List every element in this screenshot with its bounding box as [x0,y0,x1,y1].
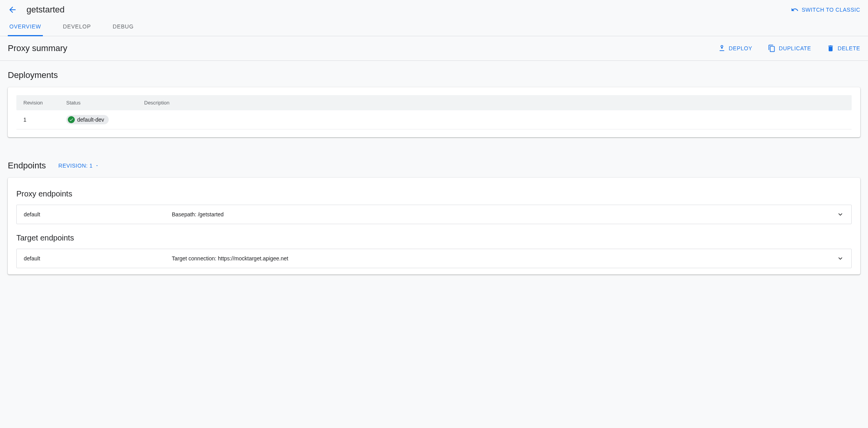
top-bar: getstarted SWITCH TO CLASSIC [0,0,868,18]
endpoint-detail: Basepath: /getstarted [172,211,836,218]
deploy-icon [718,44,726,52]
tab-develop[interactable]: DEVELOP [62,18,93,36]
col-header-description: Description [144,100,845,106]
duplicate-label: DUPLICATE [779,45,811,51]
summary-title: Proxy summary [8,43,67,53]
check-circle-icon [68,116,75,123]
summary-bar: Proxy summary DEPLOY DUPLICATE DELETE [0,36,868,61]
chevron-down-icon [836,210,844,218]
delete-icon [827,44,834,52]
status-chip: default-dev [66,115,109,124]
endpoint-name: default [24,211,172,218]
deploy-button[interactable]: DEPLOY [718,44,752,52]
endpoint-detail: Target connection: https://mocktarget.ap… [172,255,836,262]
switch-classic-label: SWITCH TO CLASSIC [802,7,860,13]
status-cell: default-dev [66,115,144,124]
top-left: getstarted [8,5,65,15]
revision-cell: 1 [23,117,66,123]
status-label: default-dev [77,117,104,123]
tab-debug[interactable]: DEBUG [111,18,135,36]
tab-overview[interactable]: OVERVIEW [8,18,43,36]
endpoint-name: default [24,255,172,262]
duplicate-icon [768,44,776,52]
delete-label: DELETE [838,45,860,51]
deployments-card: Revision Status Description 1 default-de… [8,87,860,137]
revision-selector[interactable]: REVISION: 1 [58,163,99,169]
col-header-status: Status [66,100,144,106]
back-arrow-icon[interactable] [8,5,17,14]
switch-to-classic-button[interactable]: SWITCH TO CLASSIC [791,6,860,14]
col-header-revision: Revision [23,100,66,106]
content: Deployments Revision Status Description … [0,61,868,284]
page-title: getstarted [26,5,65,15]
delete-button[interactable]: DELETE [827,44,860,52]
proxy-endpoints-title: Proxy endpoints [16,189,852,198]
chevron-down-icon [836,255,844,262]
target-endpoints-title: Target endpoints [16,233,852,242]
deployments-table-header: Revision Status Description [16,95,852,110]
proxy-endpoint-row[interactable]: default Basepath: /getstarted [16,205,852,224]
endpoints-title: Endpoints [8,161,46,171]
deployments-title: Deployments [8,70,860,80]
caret-down-icon [95,164,99,168]
undo-icon [791,6,799,14]
action-buttons: DEPLOY DUPLICATE DELETE [718,44,860,52]
table-row: 1 default-dev [16,110,852,129]
duplicate-button[interactable]: DUPLICATE [768,44,811,52]
tabs: OVERVIEW DEVELOP DEBUG [0,18,868,36]
deploy-label: DEPLOY [729,45,752,51]
endpoints-card: Proxy endpoints default Basepath: /getst… [8,178,860,274]
endpoints-header-row: Endpoints REVISION: 1 [8,161,860,171]
revision-label: REVISION: 1 [58,163,93,169]
target-endpoint-row[interactable]: default Target connection: https://mockt… [16,249,852,268]
